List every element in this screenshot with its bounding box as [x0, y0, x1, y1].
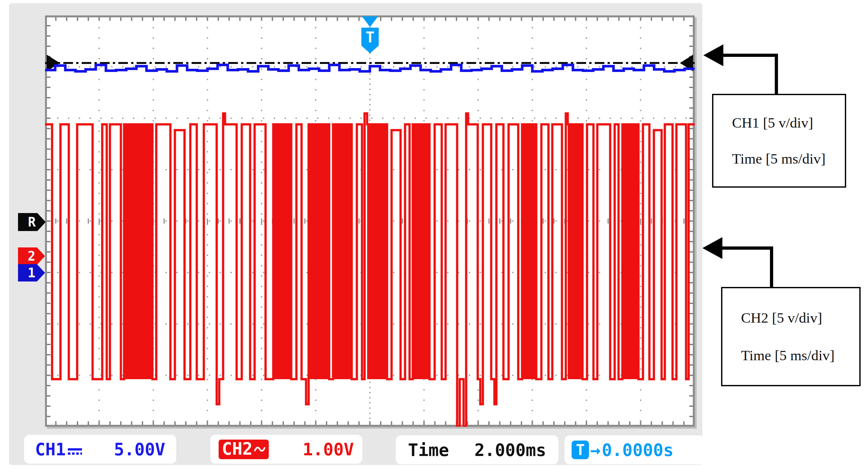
trigger-arrow-glyph: → [590, 440, 600, 460]
ch2-trace [45, 114, 695, 427]
ch2-label-chip: CH2 [219, 440, 269, 459]
ch1-marker-label: 1 [28, 265, 35, 280]
ch2-annotation-line1: CH2 [5 v/div] [741, 310, 859, 326]
ch1-label-group: CH1 [35, 440, 82, 459]
graticule-svg: T [45, 15, 695, 427]
ch1-marker-badge: 1 [18, 264, 45, 282]
arrow-left-icon [704, 44, 723, 66]
reference-marker-badge: R [18, 213, 45, 231]
trigger-position-value: 0.0000s [602, 440, 674, 460]
ch2-marker-label: 2 [28, 249, 35, 263]
reference-marker-label: R [28, 215, 36, 229]
ch2-annotation-arrow [703, 237, 772, 287]
ch2-marker-badge: 2 [18, 247, 45, 265]
ch1-annotation-box: CH1 [5 v/div] Time [5 ms/div] [712, 94, 846, 188]
trigger-chip-label: T [576, 441, 585, 459]
ch1-label: CH1 [35, 440, 66, 459]
ch1-annotation-line1: CH1 [5 v/div] [732, 115, 845, 131]
timebase-value: 2.000ms [474, 440, 546, 460]
oscilloscope-screen: T R 2 1 CH1 5.00V CH2 1.00V Time 2.000ms [9, 3, 703, 465]
timebase-readout[interactable]: Time 2.000ms [396, 435, 558, 464]
timebase-label: Time [408, 440, 449, 460]
ac-sine-icon [254, 443, 266, 454]
dc-coupling-icon [68, 448, 82, 457]
graticule: T [45, 15, 695, 427]
ch1-volts-per-div: 5.00V [114, 440, 165, 459]
ch1-annotation-arrow [704, 44, 776, 94]
trigger-readout[interactable]: T → 0.0000s [564, 435, 705, 464]
svg-text:T: T [366, 29, 374, 46]
ch1-trace [45, 65, 695, 71]
trigger-icon: T [571, 441, 589, 459]
ch2-volts-per-div: 1.00V [303, 440, 354, 459]
ch2-readout[interactable]: CH2 1.00V [210, 435, 362, 464]
trigger-marker: T [361, 17, 379, 53]
ch2-annotation-box: CH2 [5 v/div] Time [5 ms/div] [721, 287, 861, 386]
ch2-label: CH2 [222, 440, 253, 457]
ch2-annotation-line2: Time [5 ms/div] [741, 347, 859, 364]
ch1-annotation-line2: Time [5 ms/div] [732, 150, 845, 167]
ch1-readout[interactable]: CH1 5.00V [24, 435, 176, 464]
arrow-left-icon [703, 237, 722, 259]
